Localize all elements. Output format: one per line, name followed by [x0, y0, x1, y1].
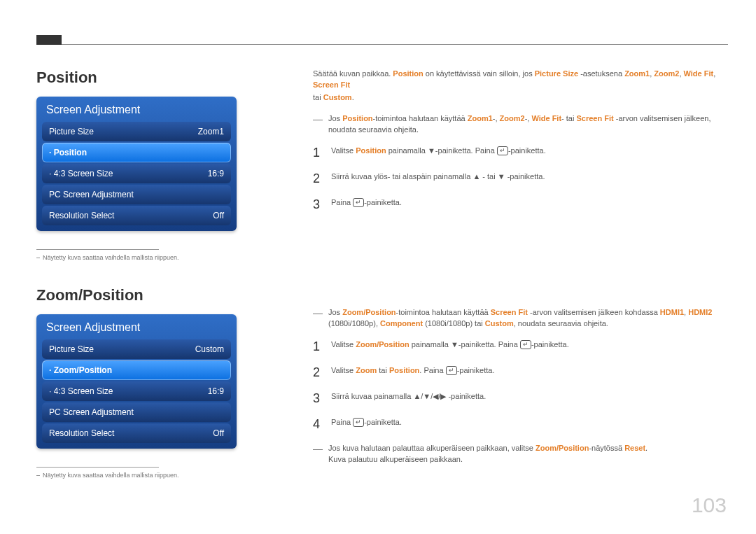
step-text: Paina ↵-painiketta. — [331, 197, 728, 213]
menu-title: Screen Adjustment — [36, 97, 237, 122]
text: painamalla ▼-painiketta. Paina — [410, 340, 520, 349]
text: Valitse — [331, 366, 356, 374]
text: -toimintoa halutaan käyttää — [396, 308, 491, 316]
text: Valitse — [331, 146, 356, 155]
menu-rows: Picture Size Custom · Zoom/Position · 4:… — [36, 339, 237, 443]
text: tai — [313, 93, 323, 101]
text: . — [352, 93, 354, 101]
step-number: 4 — [313, 415, 323, 433]
enter-icon: ↵ — [520, 340, 531, 349]
text: - tai — [561, 114, 576, 122]
step-number: 2 — [313, 363, 323, 381]
position-note: ― Jos Position-toimintoa halutaan käyttä… — [313, 113, 728, 136]
zoom-position-block: Zoom/Position Screen Adjustment Picture … — [36, 286, 246, 479]
step-text: Paina ↵-painiketta. — [331, 417, 728, 433]
menu-row-label: · 4:3 Screen Size — [49, 386, 113, 396]
menu-row-value: 16:9 — [208, 169, 224, 178]
text: -painiketta. — [531, 340, 569, 349]
menu-row-value: 16:9 — [208, 386, 224, 396]
step-text: Valitse Zoom/Position painamalla ▼-paini… — [331, 339, 728, 356]
dash-icon: – — [36, 254, 40, 261]
text: Kuva palautuu alkuperäiseen paikkaan. — [328, 454, 648, 465]
heading-position: Position — [36, 69, 246, 87]
step-number: 3 — [313, 195, 323, 213]
step-text: Siirrä kuvaa painamalla ▲/▼/◀/▶ -painike… — [331, 391, 728, 407]
menu-card-zoom-position: Screen Adjustment Picture Size Custom · … — [36, 314, 237, 449]
highlight: Screen Fit — [577, 114, 614, 122]
step-3: 3 Siirrä kuvaa painamalla ▲/▼/◀/▶ -paini… — [313, 391, 728, 407]
step-3: 3 Paina ↵-painiketta. — [313, 197, 728, 213]
step-text: Valitse Position painamalla ▼-painiketta… — [331, 146, 728, 162]
text: -, — [493, 114, 500, 122]
menu-row-position[interactable]: · Position — [42, 143, 231, 162]
section-marker — [36, 35, 62, 45]
menu-row-pcscreen[interactable]: PC Screen Adjustment — [42, 402, 231, 422]
text: . Paina — [419, 366, 445, 374]
highlight: Wide Fit — [684, 69, 714, 78]
step-number: 3 — [313, 389, 323, 407]
enter-icon: ↵ — [446, 366, 457, 375]
highlight: Wide Fit — [531, 114, 561, 122]
text: Säätää kuvan paikkaa. — [313, 69, 393, 78]
step-number: 1 — [313, 143, 323, 162]
footnote: – Näytetty kuva saattaa vaihdella mallis… — [36, 472, 246, 479]
enter-icon: ↵ — [497, 146, 508, 155]
menu-row-resolution[interactable]: Resolution Select Off — [42, 423, 231, 443]
footnote-text: Näytetty kuva saattaa vaihdella mallista… — [43, 254, 179, 261]
highlight: Zoom2 — [500, 114, 525, 122]
left-column: Position Screen Adjustment Picture Size … — [36, 69, 246, 479]
step-2: 2 Siirrä kuvaa ylös- tai alaspäin painam… — [313, 171, 728, 188]
text: (1080i/1080p), — [328, 319, 380, 328]
step-1: 1 Valitse Position painamalla ▼-painiket… — [313, 146, 728, 162]
highlight: Zoom1 — [468, 114, 493, 122]
dash-icon: – — [36, 472, 40, 479]
menu-row-label: · 4:3 Screen Size — [49, 169, 113, 178]
menu-row-value: Off — [213, 211, 224, 220]
text: painamalla ▼-painiketta. Paina — [386, 146, 497, 155]
menu-row-value: Zoom1 — [198, 127, 224, 136]
highlight: HDMI1 — [660, 308, 684, 316]
menu-row-43screen[interactable]: · 4:3 Screen Size 16:9 — [42, 164, 231, 183]
step-text: Siirrä kuvaa ylös- tai alaspäin painamal… — [331, 171, 728, 188]
highlight: Picture Size — [535, 69, 578, 78]
text: -painiketta. — [364, 198, 402, 206]
text: Jos — [328, 114, 342, 122]
menu-row-picture-size[interactable]: Picture Size Zoom1 — [42, 122, 231, 141]
text: Jos — [328, 308, 342, 316]
highlight: Zoom — [356, 366, 377, 374]
menu-row-43screen[interactable]: · 4:3 Screen Size 16:9 — [42, 381, 231, 401]
text: . — [645, 444, 648, 452]
note-bullet-icon: ― — [313, 112, 323, 136]
menu-row-zoom-position[interactable]: · Zoom/Position — [42, 360, 231, 380]
text: (1080i/1080p) tai — [423, 319, 485, 328]
menu-row-label: Resolution Select — [49, 428, 114, 438]
highlight: Screen Fit — [313, 80, 350, 89]
menu-row-label: PC Screen Adjustment — [49, 407, 134, 417]
highlight: Screen Fit — [491, 308, 528, 316]
text: Valitse — [331, 340, 356, 349]
footnote-text: Näytetty kuva saattaa vaihdella mallista… — [43, 472, 179, 479]
text: , — [713, 69, 715, 78]
menu-row-resolution[interactable]: Resolution Select Off — [42, 206, 231, 225]
text: Jos kuva halutaan palauttaa alkuperäisee… — [328, 444, 536, 452]
highlight: Custom — [485, 319, 514, 328]
note-bullet-icon: ― — [313, 442, 323, 465]
highlight: Position — [389, 366, 419, 374]
highlight: Position — [393, 69, 423, 78]
text: , noudata seuraavia ohjeita. — [514, 319, 608, 328]
menu-row-picture-size[interactable]: Picture Size Custom — [42, 339, 231, 359]
highlight: Position — [342, 114, 372, 122]
step-2: 2 Valitse Zoom tai Position. Paina ↵-pai… — [313, 365, 728, 381]
position-steps: 1 Valitse Position painamalla ▼-painiket… — [313, 146, 728, 213]
enter-icon: ↵ — [353, 198, 364, 207]
menu-row-label: · Position — [49, 148, 87, 157]
text: -painiketta. — [457, 366, 495, 374]
zp-note-2: ― Jos kuva halutaan palauttaa alkuperäis… — [313, 443, 728, 465]
top-rule — [62, 44, 728, 45]
highlight: Component — [380, 319, 423, 328]
text: -painiketta. — [508, 146, 546, 155]
menu-row-value: Custom — [195, 344, 224, 354]
highlight: Reset — [624, 444, 645, 452]
menu-row-label: · Zoom/Position — [49, 365, 112, 375]
menu-row-pcscreen[interactable]: PC Screen Adjustment — [42, 185, 231, 204]
